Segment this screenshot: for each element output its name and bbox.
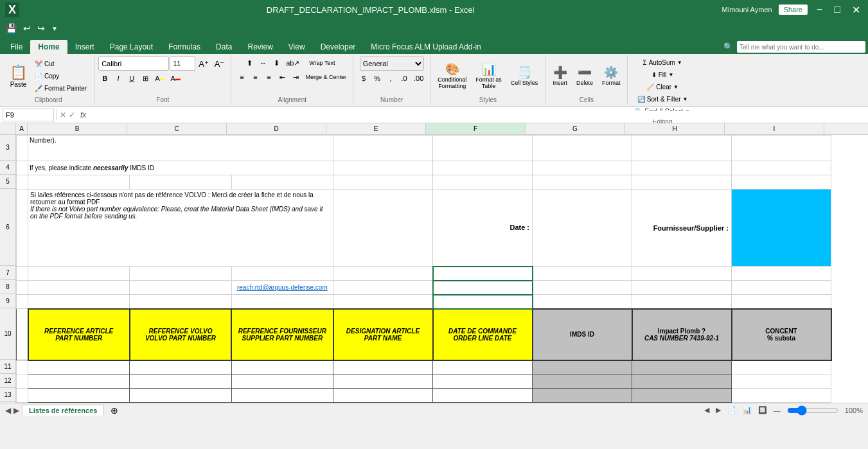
- cell-I5[interactable]: [732, 175, 831, 189]
- close-icon[interactable]: ✕: [849, 4, 863, 16]
- cell-E3[interactable]: [333, 136, 433, 161]
- cell-I10[interactable]: CONCENT% substa: [732, 309, 831, 360]
- cell-B9[interactable]: [28, 295, 130, 309]
- format-button[interactable]: ⚙️ Format: [599, 58, 624, 94]
- cell-H6[interactable]: Fournisseur/Supplier :: [632, 189, 732, 267]
- confirm-formula-icon[interactable]: ✓: [69, 110, 75, 119]
- share-button[interactable]: Share: [779, 4, 808, 15]
- cell-reference-input[interactable]: [3, 109, 54, 121]
- align-bottom-icon[interactable]: ⬇: [270, 57, 283, 69]
- row-num-13[interactable]: 13: [0, 388, 15, 402]
- comma-style-button[interactable]: ,: [384, 72, 397, 85]
- cell-F11[interactable]: [433, 360, 533, 374]
- scroll-sheets-right-icon[interactable]: ▶: [13, 406, 19, 415]
- col-header-C[interactable]: C: [127, 123, 227, 134]
- cell-H4[interactable]: [632, 161, 732, 175]
- cell-C11[interactable]: [130, 360, 231, 374]
- cell-B7[interactable]: [28, 267, 130, 281]
- cell-C5[interactable]: [130, 175, 231, 189]
- cell-B3[interactable]: Number).: [28, 136, 333, 161]
- cell-C9[interactable]: [130, 295, 231, 309]
- cell-E5[interactable]: [333, 175, 433, 189]
- row-num-9[interactable]: 9: [0, 294, 15, 308]
- cell-E10[interactable]: DESIGNATION ARTICLEPART NAME: [333, 309, 433, 360]
- cell-G10[interactable]: IMDS ID: [533, 309, 632, 360]
- cell-H7[interactable]: [632, 267, 732, 281]
- scroll-right-icon[interactable]: ▶: [716, 406, 721, 414]
- decrease-decimal-icon[interactable]: .00: [411, 72, 426, 85]
- row-num-6[interactable]: 6: [0, 189, 15, 266]
- cell-I6[interactable]: [732, 189, 831, 267]
- angle-text-icon[interactable]: ab↗: [283, 57, 302, 69]
- cell-D9[interactable]: [231, 295, 333, 309]
- cell-D13[interactable]: [231, 389, 333, 403]
- fill-color-button[interactable]: A▬: [152, 72, 167, 85]
- cell-B4[interactable]: If yes, please indicate necessarily IMDS…: [28, 161, 333, 175]
- normal-view-icon[interactable]: 📄: [727, 406, 736, 414]
- bold-button[interactable]: B: [98, 72, 111, 85]
- autosum-button[interactable]: Σ AutoSum ▼: [640, 57, 686, 68]
- cell-E4[interactable]: [333, 161, 433, 175]
- formula-input[interactable]: [91, 110, 865, 119]
- tab-file[interactable]: File: [3, 40, 30, 54]
- col-header-I[interactable]: I: [725, 123, 824, 134]
- cell-B11[interactable]: [28, 360, 130, 374]
- cell-I9[interactable]: [732, 295, 831, 309]
- col-header-H[interactable]: H: [625, 123, 725, 134]
- number-format-select[interactable]: General Number Currency Date: [360, 57, 424, 71]
- cell-F4[interactable]: [433, 161, 533, 175]
- cell-H3[interactable]: [632, 136, 732, 161]
- cut-button[interactable]: ✂️ Cut: [31, 58, 90, 69]
- italic-button[interactable]: I: [112, 72, 125, 85]
- cell-A8[interactable]: [17, 281, 28, 295]
- customize-quick-access-icon[interactable]: ▼: [49, 24, 60, 33]
- increase-font-icon[interactable]: A⁺: [196, 57, 211, 70]
- delete-button[interactable]: ➖ Delete: [573, 58, 596, 94]
- cell-B5[interactable]: [28, 175, 130, 189]
- col-header-F[interactable]: F: [426, 123, 526, 134]
- percent-button[interactable]: $: [357, 72, 370, 85]
- cell-G3[interactable]: [533, 136, 632, 161]
- cell-H12[interactable]: [632, 374, 732, 389]
- wrap-text-button[interactable]: Wrap Text: [303, 57, 341, 69]
- cell-G9[interactable]: [533, 295, 632, 309]
- cell-E13[interactable]: [333, 389, 433, 403]
- align-middle-icon[interactable]: ↔: [256, 57, 269, 69]
- cell-E7[interactable]: [333, 267, 433, 281]
- cell-I13[interactable]: [732, 389, 831, 403]
- cell-H5[interactable]: [632, 175, 732, 189]
- format-painter-button[interactable]: 🖌️ Format Painter: [31, 82, 90, 94]
- cell-A13[interactable]: [17, 389, 28, 403]
- restore-icon[interactable]: □: [831, 4, 843, 15]
- cell-I8[interactable]: [732, 281, 831, 295]
- tab-insert[interactable]: Insert: [67, 40, 102, 54]
- cell-G4[interactable]: [533, 161, 632, 175]
- tell-me-input[interactable]: [737, 41, 865, 53]
- cell-I7[interactable]: [732, 267, 831, 281]
- cell-H8[interactable]: [632, 281, 732, 295]
- cell-E12[interactable]: [333, 374, 433, 389]
- row-num-12[interactable]: 12: [0, 374, 15, 388]
- cell-D7[interactable]: [231, 267, 333, 281]
- conditional-formatting-button[interactable]: 🎨 ConditionalFormatting: [434, 58, 470, 94]
- cell-G12[interactable]: [533, 374, 632, 389]
- cell-F5[interactable]: [433, 175, 533, 189]
- cell-F9[interactable]: [433, 295, 533, 309]
- cell-A4[interactable]: [17, 161, 28, 175]
- save-icon[interactable]: 💾: [4, 22, 19, 35]
- cell-F13[interactable]: [433, 389, 533, 403]
- insert-button[interactable]: ➕ Insert: [549, 58, 571, 94]
- decrease-font-icon[interactable]: A⁻: [212, 57, 227, 70]
- underline-button[interactable]: U: [125, 72, 138, 85]
- minimize-icon[interactable]: −: [814, 4, 825, 15]
- cell-A7[interactable]: [17, 267, 28, 281]
- cell-F10[interactable]: DATE DE COMMANDEORDER LINE DATE: [433, 309, 533, 360]
- cell-C7[interactable]: [130, 267, 231, 281]
- cell-E11[interactable]: [333, 360, 433, 374]
- clear-button[interactable]: 🧹 Clear ▼: [643, 81, 682, 92]
- font-color-button[interactable]: A▬: [168, 72, 182, 85]
- cell-G6[interactable]: [533, 189, 632, 267]
- row-num-3[interactable]: 3: [0, 135, 15, 161]
- align-top-icon[interactable]: ⬆: [243, 57, 256, 69]
- page-break-view-icon[interactable]: 🔲: [758, 406, 767, 414]
